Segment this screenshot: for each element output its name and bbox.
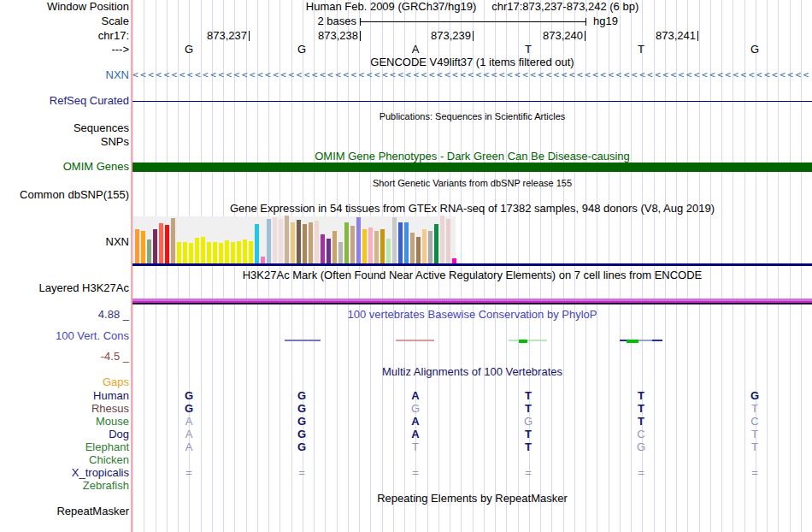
gtex-bar[interactable] (177, 242, 181, 263)
gtex-bar[interactable] (350, 226, 355, 263)
publications-snps-label[interactable]: SNPs (101, 136, 129, 148)
conservation-segment[interactable] (519, 340, 527, 343)
gtex-bar[interactable] (338, 242, 343, 263)
h3k27ac-track-label[interactable]: Layered H3K27Ac (38, 282, 129, 294)
ruler-tick-label[interactable]: 873,241 (656, 30, 696, 42)
gtex-bar[interactable] (249, 241, 253, 263)
gtex-bar[interactable] (404, 222, 409, 263)
ruler-tick-mark (249, 31, 250, 41)
gtex-bar[interactable] (428, 231, 432, 263)
conservation-track-label[interactable]: 100 Vert. Cons (56, 330, 129, 342)
alignment-base: = (525, 467, 532, 479)
gtex-bar[interactable] (315, 221, 319, 263)
gtex-bar[interactable] (243, 239, 247, 263)
refseq-gene-line[interactable] (132, 101, 812, 102)
publications-sequences-label[interactable]: Sequences (74, 122, 129, 134)
conservation-segment[interactable] (652, 340, 662, 341)
alignment-base: G (297, 403, 306, 415)
gtex-bar[interactable] (189, 243, 193, 263)
conservation-segment[interactable] (285, 340, 321, 341)
gtex-bar[interactable] (183, 242, 187, 263)
gtex-bar[interactable] (327, 239, 331, 263)
repeatmasker-track-label[interactable]: RepeatMasker (56, 505, 129, 517)
gtex-bar[interactable] (356, 217, 361, 263)
gtex-bar[interactable] (225, 240, 229, 263)
ruler-tick-label[interactable]: 873,240 (543, 30, 583, 42)
gtex-bar[interactable] (374, 231, 379, 263)
gtex-bar[interactable] (279, 219, 283, 263)
gtex-bar[interactable] (213, 242, 217, 263)
gtex-bar[interactable] (362, 229, 367, 263)
gtex-bar[interactable] (147, 239, 151, 263)
gtex-gene-label[interactable]: NXN (106, 236, 129, 248)
omim-gene-bar[interactable] (132, 163, 812, 172)
species-label-x_tropicalis[interactable]: X_tropicalis (72, 467, 129, 479)
gtex-bar[interactable] (386, 239, 391, 263)
gtex-bar[interactable] (141, 231, 145, 263)
conservation-segment[interactable] (627, 340, 638, 343)
gtex-bar[interactable] (171, 218, 175, 263)
gtex-bar[interactable] (309, 222, 313, 263)
gtex-bar[interactable] (392, 217, 397, 263)
gtex-bar[interactable] (434, 224, 438, 263)
gtex-bar[interactable] (255, 224, 259, 263)
track-display-area[interactable]: Human Feb. 2009 (GRCh37/hg19) chr17:873,… (131, 0, 812, 532)
gtex-bar[interactable] (273, 217, 277, 263)
gtex-bar[interactable] (398, 222, 403, 263)
gtex-bar[interactable] (135, 229, 139, 263)
gtex-bar[interactable] (380, 229, 385, 263)
gtex-bar[interactable] (416, 237, 421, 263)
gtex-bar[interactable] (219, 243, 223, 263)
gtex-bar[interactable] (153, 229, 157, 263)
dbsnp-track-label[interactable]: Common dbSNP(155) (20, 189, 129, 201)
alignment-base: = (412, 467, 419, 479)
species-label-human[interactable]: Human (93, 390, 129, 402)
gtex-bar[interactable] (291, 222, 295, 263)
alignment-base: A (185, 416, 193, 428)
species-label-dog[interactable]: Dog (109, 429, 129, 440)
gtex-bar[interactable] (321, 234, 325, 263)
gtex-bar[interactable] (368, 228, 373, 263)
strand-direction-label: ---> (111, 44, 129, 56)
species-label-mouse[interactable]: Mouse (96, 416, 129, 428)
gtex-bar[interactable] (165, 225, 169, 263)
alignment-base: T (412, 441, 419, 453)
species-label-rhesus[interactable]: Rhesus (91, 403, 129, 415)
h3k27ac-layered-bar[interactable] (132, 299, 812, 304)
ruler-tick-label[interactable]: 873,238 (318, 30, 358, 42)
gtex-bar[interactable] (297, 220, 301, 263)
species-label-zebrafish[interactable]: Zebrafish (83, 480, 129, 492)
gtex-bar[interactable] (344, 222, 349, 263)
species-label-elephant[interactable]: Elephant (85, 441, 129, 453)
ruler-tick-label[interactable]: 873,237 (207, 30, 247, 42)
gtex-bar[interactable] (410, 233, 415, 263)
gtex-bar[interactable] (332, 231, 337, 263)
gtex-bar[interactable] (422, 229, 427, 263)
conservation-segment[interactable] (396, 340, 434, 341)
species-label-chicken[interactable]: Chicken (89, 454, 129, 466)
gtex-bar[interactable] (267, 219, 271, 263)
gtex-bar[interactable] (440, 216, 444, 263)
gtex-bar[interactable] (207, 242, 211, 263)
gtex-bar[interactable] (446, 219, 450, 263)
gtex-bar[interactable] (303, 224, 307, 263)
omim-track-label[interactable]: OMIM Genes (63, 161, 129, 173)
gtex-bar[interactable] (201, 237, 205, 263)
nxn-strand-arrows[interactable]: <<<<<<<<<<<<<<<<<<<<<<<<<<<<<<<<<<<<<<<<… (132, 69, 812, 81)
gtex-bars[interactable] (133, 216, 456, 263)
gencode-gene-label[interactable]: NXN (106, 69, 129, 81)
gtex-bar[interactable] (159, 223, 163, 263)
refseq-track-label[interactable]: RefSeq Curated (50, 95, 129, 107)
conservation-segment[interactable] (509, 340, 547, 341)
gtex-bar[interactable] (237, 241, 241, 263)
alignment-base: = (298, 467, 305, 479)
ruler-base: T (525, 44, 532, 56)
gtex-bar[interactable] (285, 216, 289, 263)
position-title: Human Feb. 2009 (GRCh37/hg19) chr17:873,… (132, 1, 812, 13)
scale-bar (360, 21, 585, 22)
gtex-bar[interactable] (195, 238, 199, 263)
gtex-bar[interactable] (231, 242, 235, 263)
species-label-gaps[interactable]: Gaps (103, 376, 129, 388)
ruler-tick-label[interactable]: 873,239 (431, 30, 471, 42)
gtex-bar[interactable] (261, 257, 265, 263)
